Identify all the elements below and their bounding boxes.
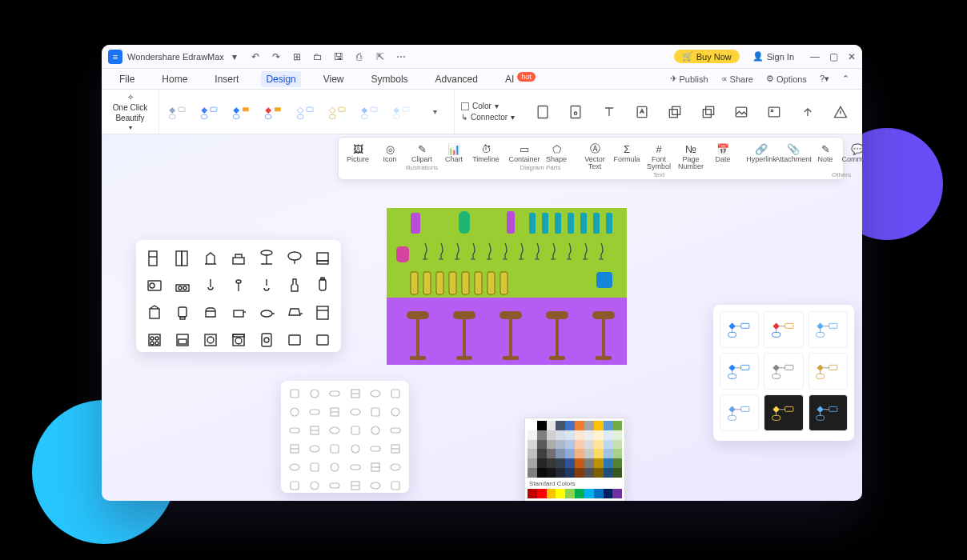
color-swatch[interactable] (528, 430, 537, 440)
color-swatch[interactable] (575, 440, 584, 450)
tool-container[interactable]: ▭Container (508, 139, 540, 163)
color-swatch[interactable] (556, 458, 565, 468)
furniture-symbol[interactable] (387, 404, 404, 420)
color-swatch[interactable] (565, 440, 575, 450)
sign-in-button[interactable]: 👤 Sign In (746, 49, 800, 64)
tool-shape[interactable]: ⬠Shape (540, 139, 572, 163)
appliance-symbol[interactable] (171, 246, 195, 270)
color-swatch[interactable] (547, 449, 556, 458)
color-swatch[interactable] (556, 440, 565, 450)
appliance-symbol[interactable] (282, 246, 307, 270)
appliance-symbol[interactable] (310, 274, 335, 298)
options-button[interactable]: ⚙ Options (766, 74, 807, 84)
theme-swatch[interactable] (764, 394, 803, 431)
color-swatch[interactable] (584, 440, 594, 450)
theme-swatch[interactable] (720, 394, 759, 431)
furniture-symbol[interactable] (367, 386, 384, 402)
furniture-symbol[interactable] (286, 459, 303, 475)
menu-ai[interactable]: AI (500, 71, 519, 87)
furniture-symbol[interactable] (387, 386, 404, 402)
furniture-symbol[interactable] (286, 386, 303, 402)
new-page-icon[interactable]: ⊞ (291, 50, 303, 63)
one-click-beautify-button[interactable]: ✧ One Click Beautify ▾ (102, 90, 159, 134)
text-style-icon[interactable] (600, 103, 618, 121)
appliance-symbol[interactable] (310, 301, 335, 325)
font-icon[interactable] (633, 103, 651, 121)
menu-home[interactable]: Home (157, 71, 192, 87)
appliance-symbol[interactable] (199, 328, 223, 352)
furniture-symbol[interactable] (286, 478, 303, 494)
color-swatch[interactable] (584, 449, 594, 458)
color-swatch[interactable] (604, 489, 613, 498)
color-swatch[interactable] (575, 421, 584, 430)
appliance-symbol[interactable] (142, 328, 167, 352)
furniture-symbol[interactable] (326, 404, 343, 420)
theme-swatch[interactable] (720, 353, 759, 390)
furniture-symbol[interactable] (367, 459, 384, 475)
warning-icon[interactable] (832, 103, 849, 121)
color-swatch[interactable] (604, 430, 613, 440)
theme-swatch[interactable] (720, 311, 759, 348)
gallery-more-button[interactable]: ▾ (422, 98, 447, 126)
furniture-symbol[interactable] (346, 386, 363, 402)
more-icon[interactable]: ⋯ (395, 50, 407, 63)
share-button[interactable]: ∝ Share (721, 74, 753, 84)
color-swatch[interactable] (575, 430, 584, 440)
color-dropdown[interactable]: Color ▾ (461, 102, 515, 110)
color-swatch[interactable] (528, 440, 537, 450)
color-swatch[interactable] (556, 489, 565, 498)
furniture-symbol[interactable] (346, 404, 363, 420)
furniture-symbol[interactable] (286, 441, 303, 457)
appliance-symbol[interactable] (282, 301, 307, 325)
furniture-symbol[interactable] (367, 441, 384, 457)
save-icon[interactable]: 🖫 (332, 50, 345, 63)
menu-advanced[interactable]: Advanced (431, 71, 483, 87)
minimize-button[interactable]: — (810, 51, 820, 62)
redo-icon[interactable]: ↷ (270, 50, 283, 63)
furniture-symbol[interactable] (306, 478, 323, 494)
tool-formula[interactable]: ΣFormula (611, 139, 643, 170)
furniture-symbol[interactable] (387, 459, 404, 475)
tool-comment[interactable]: 💬Comment (841, 139, 862, 170)
furniture-symbol[interactable] (387, 478, 404, 494)
furniture-symbol[interactable] (346, 422, 363, 438)
color-swatch[interactable] (565, 449, 575, 458)
color-swatch[interactable] (584, 489, 594, 498)
color-swatch[interactable] (584, 430, 594, 440)
theme-swatch[interactable] (764, 353, 803, 390)
tool-date[interactable]: 📅Date (707, 139, 739, 170)
color-swatch[interactable] (612, 421, 622, 430)
appliance-symbol[interactable] (282, 274, 307, 298)
color-swatch[interactable] (547, 421, 556, 430)
appliance-symbol[interactable] (254, 328, 279, 352)
color-swatch[interactable] (565, 489, 575, 498)
color-swatch[interactable] (528, 468, 537, 478)
furniture-symbol[interactable] (286, 404, 303, 420)
color-swatch[interactable] (528, 489, 537, 498)
theme-swatch[interactable] (809, 353, 848, 390)
color-swatch[interactable] (575, 468, 584, 478)
color-swatch[interactable] (594, 468, 604, 478)
menu-symbols[interactable]: Symbols (367, 71, 413, 87)
color-swatch[interactable] (528, 421, 537, 430)
furniture-symbol[interactable] (326, 459, 343, 475)
tool-page-number[interactable]: №PageNumber (675, 139, 707, 170)
help-button[interactable]: ?▾ (820, 74, 829, 84)
furniture-symbol[interactable] (306, 459, 323, 475)
theme-swatch[interactable] (764, 311, 803, 348)
tool-attachment[interactable]: 📎Attachment (777, 139, 809, 170)
color-swatch[interactable] (556, 449, 565, 458)
color-swatch[interactable] (537, 468, 547, 478)
appliance-symbol[interactable] (199, 274, 223, 298)
color-swatch[interactable] (604, 421, 613, 430)
color-swatch[interactable] (565, 468, 575, 478)
appliance-symbol[interactable] (199, 301, 223, 325)
menu-insert[interactable]: Insert (210, 71, 243, 87)
furniture-symbol[interactable] (286, 422, 303, 438)
image2-icon[interactable] (765, 103, 783, 121)
color-swatch[interactable] (612, 458, 622, 468)
appliance-symbol[interactable] (254, 274, 279, 298)
connector-dropdown[interactable]: ↳Connector ▾ (461, 113, 515, 122)
tool-hyperlink[interactable]: 🔗Hyperlink (745, 139, 777, 170)
color-swatch[interactable] (594, 430, 604, 440)
